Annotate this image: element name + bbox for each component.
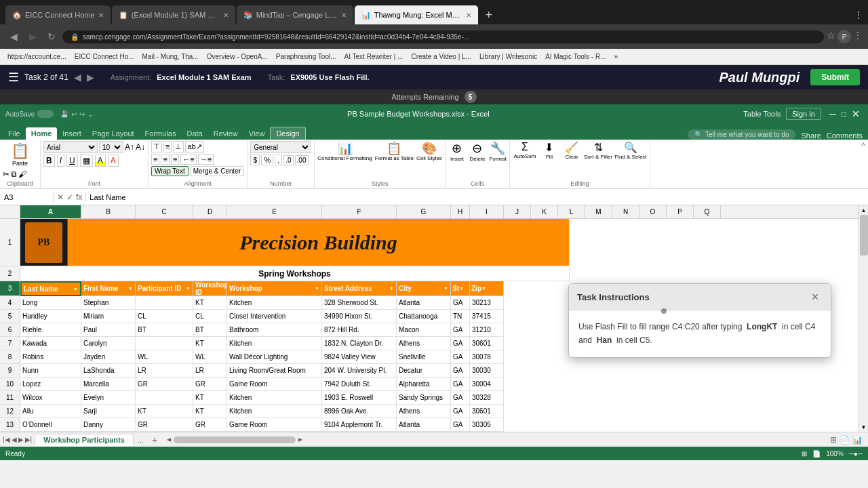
tab-home[interactable]: Home — [26, 127, 58, 140]
bookmark-9[interactable]: AI Magic Tools - R... — [542, 52, 609, 61]
paste-button[interactable]: 📋 Paste — [3, 141, 37, 168]
row-num-6[interactable]: 6 — [0, 323, 20, 337]
cell-c3[interactable]: Participant ID ▼ — [136, 281, 193, 296]
cell-r11c7[interactable]: Sandy Springs — [397, 391, 451, 405]
minimize-icon[interactable]: ─ — [829, 108, 836, 119]
cell-r6c7[interactable]: Macon — [397, 323, 451, 337]
confirm-formula-icon[interactable]: ✓ — [66, 192, 73, 202]
bold-button[interactable]: B — [43, 155, 55, 167]
cell-r9c7[interactable]: Decatur — [397, 364, 451, 378]
col-header-l[interactable]: L — [558, 205, 585, 218]
cell-r4c7[interactable]: Atlanta — [397, 296, 451, 310]
col-header-f[interactable]: F — [322, 205, 397, 218]
cell-r7c8[interactable]: GA — [451, 337, 470, 350]
row-num-8[interactable]: 8 — [0, 350, 20, 364]
star-icon[interactable]: ☆ — [827, 30, 835, 43]
cell-i3[interactable]: Zip ▼ — [470, 281, 504, 296]
cell-r10c6[interactable]: 7942 Duluth St. — [322, 378, 397, 391]
cell-r9c4[interactable]: LR — [193, 364, 227, 378]
cell-b3[interactable]: First Name ▼ — [81, 281, 136, 296]
row-num-2[interactable]: 2 — [0, 266, 20, 281]
cell-r8c1[interactable]: Robins — [20, 350, 81, 364]
new-tab-button[interactable]: + — [479, 5, 498, 24]
cell-r5c9[interactable]: 37415 — [470, 310, 504, 323]
col-header-i[interactable]: I — [470, 205, 504, 218]
scroll-thumb-h[interactable] — [174, 436, 296, 443]
cell-r9c9[interactable]: 30030 — [470, 364, 504, 378]
row-num-10[interactable]: 10 — [0, 378, 20, 391]
prev-task-button[interactable]: ◀ — [74, 72, 81, 83]
format-as-table-button[interactable]: 📋 Format as Table — [375, 141, 414, 162]
chrome-menu-button[interactable]: ⋮ — [849, 5, 868, 24]
col-header-n[interactable]: N — [612, 205, 639, 218]
close-icon[interactable]: ✕ — [852, 108, 860, 119]
tell-me-box[interactable]: 🔍 Tell me what you want to do — [688, 129, 795, 140]
tab-close[interactable]: ✕ — [223, 12, 229, 19]
cell-r10c2[interactable]: Marcella — [81, 378, 136, 391]
address-bar[interactable]: 🔒 samcp.cengage.com/AssignmentTake/Exam?… — [62, 30, 824, 43]
cell-r12c4[interactable]: KT — [193, 405, 227, 418]
profile-icon[interactable]: P — [837, 30, 851, 43]
tab-close[interactable]: ✕ — [466, 12, 471, 19]
cell-r8c9[interactable]: 30078 — [470, 350, 504, 364]
cell-h3[interactable]: St ▼ — [451, 281, 470, 296]
formula-input[interactable] — [85, 192, 868, 203]
tab-close[interactable]: ✕ — [341, 12, 347, 19]
tab-mindtap[interactable]: 📚 MindTap – Cengage Learning ✕ — [237, 5, 353, 24]
row-num-1[interactable]: 1 — [0, 219, 20, 266]
page-layout-view-icon[interactable]: 📄 — [840, 435, 850, 445]
cell-r11c3[interactable] — [136, 391, 193, 405]
vertical-scrollbar[interactable]: ▲ ▼ — [859, 205, 868, 432]
tab-review[interactable]: Review — [208, 127, 243, 140]
sheet-tab-workshop[interactable]: Workshop Participants — [35, 434, 134, 446]
row-num-5[interactable]: 5 — [0, 310, 20, 323]
cell-r13c5[interactable]: Game Room — [227, 418, 322, 432]
comments-button[interactable]: Comments — [827, 131, 863, 140]
normal-view-icon[interactable]: ⊞ — [830, 435, 837, 445]
cell-r11c9[interactable]: 30328 — [470, 391, 504, 405]
page-break-view-icon[interactable]: 📊 — [852, 435, 863, 445]
decrease-indent-icon[interactable]: ←≡ — [180, 154, 196, 165]
autosave-toggle[interactable] — [37, 110, 54, 118]
sheet-prev-icon[interactable]: ◀ — [12, 436, 17, 443]
cell-r4c8[interactable]: GA — [451, 296, 470, 310]
collapse-ribbon-button[interactable]: ^ — [859, 140, 868, 152]
more-icon[interactable]: ⋮ — [853, 30, 863, 43]
conditional-formatting-button[interactable]: 📊 Conditional Formatting — [317, 141, 372, 162]
cell-r13c6[interactable]: 9104 Applemont Tr. — [322, 418, 397, 432]
row-num-7[interactable]: 7 — [0, 337, 20, 350]
copy-icon[interactable]: ⧉ — [11, 169, 17, 179]
tab-data[interactable]: Data — [181, 127, 208, 140]
format-cells-button[interactable]: 🔧 Format — [489, 141, 507, 162]
align-bottom-icon[interactable]: ⊥ — [173, 141, 184, 152]
row-num-9[interactable]: 9 — [0, 364, 20, 378]
sheet-tab-more[interactable]: ... — [134, 434, 148, 445]
cell-r6c6[interactable]: 872 Hill Rd. — [322, 323, 397, 337]
horizontal-scrollbar[interactable]: ◀ ▶ — [167, 435, 830, 445]
col-header-b[interactable]: B — [81, 205, 136, 218]
cell-r13c2[interactable]: Danny — [81, 418, 136, 432]
cell-r4c1[interactable]: Long — [20, 296, 81, 310]
align-center-icon[interactable]: ≡ — [161, 154, 169, 165]
cell-r10c5[interactable]: Game Room — [227, 378, 322, 391]
cell-r9c8[interactable]: GA — [451, 364, 470, 378]
cell-r10c8[interactable]: GA — [451, 378, 470, 391]
tab-eicc[interactable]: 🏠 EICC Connect Home ✕ — [5, 5, 111, 24]
cell-r6c5[interactable]: Bathroom — [227, 323, 322, 337]
cell-r7c3[interactable] — [136, 337, 193, 350]
col-header-q[interactable]: Q — [694, 205, 721, 218]
row-num-13[interactable]: 13 — [0, 418, 20, 432]
cell-r8c3[interactable]: WL — [136, 350, 193, 364]
cell-r4c5[interactable]: Kitchen — [227, 296, 322, 310]
fill-button[interactable]: ⬇ Fill — [539, 141, 559, 160]
cell-r7c2[interactable]: Carolyn — [81, 337, 136, 350]
bookmark-7[interactable]: Create a Video | L... — [408, 52, 475, 61]
cell-r5c2[interactable]: Miriam — [81, 310, 136, 323]
cell-r12c6[interactable]: 8996 Oak Ave. — [322, 405, 397, 418]
tab-file[interactable]: File — [3, 127, 26, 140]
align-right-icon[interactable]: ≡ — [171, 154, 179, 165]
cell-r10c7[interactable]: Alpharetta — [397, 378, 451, 391]
sign-in-button[interactable]: Sign in — [786, 108, 821, 120]
bookmark-2[interactable]: EICC Connect Ho... — [71, 52, 138, 61]
clear-button[interactable]: 🧹 Clear — [561, 141, 582, 160]
